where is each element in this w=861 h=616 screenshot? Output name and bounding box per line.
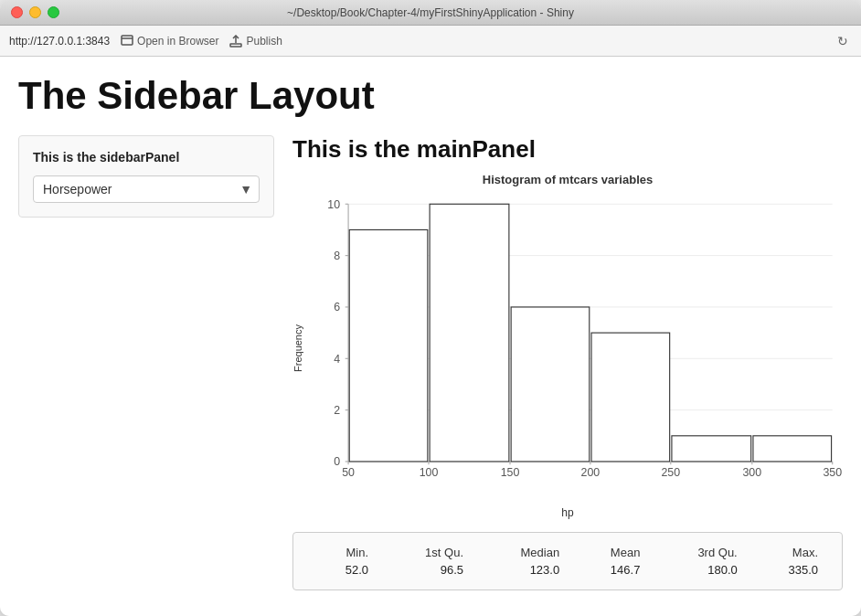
val-median: 123.0 — [473, 561, 569, 579]
svg-text:2: 2 — [334, 404, 340, 417]
layout-container: This is the sidebarPanel Horsepower Mile… — [18, 135, 843, 590]
svg-text:150: 150 — [501, 466, 520, 479]
refresh-button[interactable]: ↻ — [834, 32, 852, 50]
col-max-header: Max. — [747, 544, 827, 561]
col-1stqu-header: 1st Qu. — [377, 544, 473, 561]
publish-button[interactable]: Publish — [229, 35, 282, 48]
x-axis-label: hp — [292, 506, 843, 519]
bar-3 — [511, 307, 590, 462]
svg-rect-0 — [122, 36, 133, 45]
open-in-browser-label: Open in Browser — [137, 35, 218, 48]
svg-rect-2 — [230, 44, 241, 47]
main-panel: This is the mainPanel Histogram of mtcar… — [292, 135, 843, 590]
svg-text:4: 4 — [334, 353, 340, 366]
col-min-header: Min. — [308, 544, 377, 561]
histogram-container: Histogram of mtcars variables Frequency — [292, 173, 843, 519]
bar-4 — [591, 333, 670, 462]
summary-values-row: 52.0 96.5 123.0 146.7 180.0 335.0 — [308, 561, 827, 579]
val-3rdqu: 180.0 — [649, 561, 746, 579]
bar-5 — [672, 436, 751, 462]
svg-text:6: 6 — [334, 302, 340, 314]
val-min: 52.0 — [308, 561, 377, 579]
chart-inner: 0 2 4 6 8 10 — [307, 194, 843, 503]
svg-text:350: 350 — [823, 466, 842, 479]
variable-select[interactable]: Horsepower Miles per Gallon Displacement… — [33, 175, 260, 203]
histogram-title: Histogram of mtcars variables — [292, 173, 843, 186]
val-1stqu: 96.5 — [377, 561, 473, 579]
maximize-button[interactable] — [48, 6, 59, 18]
summary-table-container: Min. 1st Qu. Median Mean 3rd Qu. Max. 52… — [292, 532, 843, 590]
histogram-svg: 0 2 4 6 8 10 — [307, 194, 843, 503]
sidebar-panel-label: This is the sidebarPanel — [33, 150, 260, 165]
content-area: The Sidebar Layout This is the sidebarPa… — [0, 57, 861, 616]
svg-text:300: 300 — [742, 466, 761, 479]
page-title: The Sidebar Layout — [18, 75, 843, 117]
minimize-button[interactable] — [29, 6, 41, 18]
url-display: http://127.0.0.1:3843 — [9, 35, 110, 48]
sidebar-panel: This is the sidebarPanel Horsepower Mile… — [18, 135, 274, 218]
open-browser-icon — [121, 35, 133, 48]
col-mean-header: Mean — [569, 544, 649, 561]
val-mean: 146.7 — [569, 561, 649, 579]
svg-text:0: 0 — [334, 456, 340, 469]
close-button[interactable] — [11, 6, 23, 18]
svg-text:200: 200 — [581, 466, 601, 479]
bar-2 — [430, 204, 509, 462]
bar-6 — [753, 436, 832, 462]
svg-text:250: 250 — [661, 466, 680, 479]
col-median-header: Median — [473, 544, 569, 561]
summary-header-row: Min. 1st Qu. Median Mean 3rd Qu. Max. — [308, 544, 827, 561]
main-panel-title: This is the mainPanel — [292, 135, 843, 164]
title-bar: ~/Desktop/Book/Chapter-4/myFirstShinyApp… — [0, 0, 861, 26]
y-axis-label: Frequency — [292, 324, 303, 372]
col-3rdqu-header: 3rd Qu. — [649, 544, 746, 561]
publish-icon — [229, 35, 242, 48]
svg-text:100: 100 — [420, 466, 439, 479]
address-bar-right: ↻ — [834, 32, 852, 50]
address-bar: http://127.0.0.1:3843 Open in Browser Pu… — [0, 26, 861, 57]
summary-table: Min. 1st Qu. Median Mean 3rd Qu. Max. 52… — [308, 544, 827, 579]
chart-area: Frequency — [292, 194, 843, 503]
bar-1 — [349, 230, 428, 462]
svg-text:8: 8 — [334, 250, 340, 262]
val-max: 335.0 — [747, 561, 827, 579]
open-in-browser-button[interactable]: Open in Browser — [121, 35, 218, 48]
app-window: ~/Desktop/Book/Chapter-4/myFirstShinyApp… — [0, 0, 861, 616]
traffic-lights — [11, 6, 59, 18]
svg-text:10: 10 — [327, 198, 340, 211]
select-wrapper: Horsepower Miles per Gallon Displacement… — [33, 175, 260, 203]
publish-label: Publish — [246, 35, 282, 48]
window-title: ~/Desktop/Book/Chapter-4/myFirstShinyApp… — [287, 6, 574, 19]
svg-text:50: 50 — [342, 466, 355, 479]
